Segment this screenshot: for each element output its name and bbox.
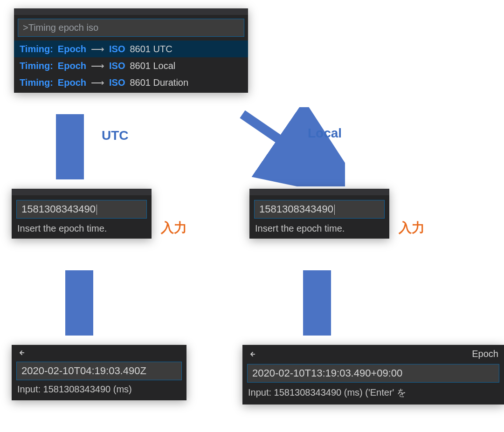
local-epoch-input[interactable]: 1581308343490 [254, 200, 385, 219]
command-option-duration[interactable]: Timing: Epoch ⟶ ISO 8601 Duration [14, 74, 248, 91]
command-option-utc[interactable]: Timing: Epoch ⟶ ISO 8601 UTC [14, 41, 248, 57]
arrow-to-utc [56, 114, 84, 179]
text-caret-icon [334, 205, 335, 215]
command-option-local[interactable]: Timing: Epoch ⟶ ISO 8601 Local [14, 57, 248, 74]
utc-epoch-value: 1581308343490 [21, 203, 96, 215]
local-result-title: Epoch [472, 349, 498, 359]
utc-result-meta: Input: 1581308343490 (ms) [12, 384, 186, 400]
local-input-hint: Insert the epoch time. [249, 223, 389, 239]
local-result-meta: Input: 1581308343490 (ms) ('Enter' を [242, 386, 504, 405]
local-result-output[interactable]: 2020-02-10T13:19:03.490+09:00 [247, 364, 499, 383]
arrow-local-result [303, 270, 331, 336]
local-epoch-value: 1581308343490 [259, 203, 333, 215]
arrow-to-local [233, 107, 345, 186]
utc-input-label: 入力 [161, 219, 187, 237]
utc-input-panel: 1581308343490 Insert the epoch time. [12, 189, 152, 239]
back-arrow-icon[interactable] [17, 349, 26, 357]
utc-result-header [12, 345, 186, 359]
command-palette: >Timing epoch iso Timing: Epoch ⟶ ISO 86… [14, 8, 248, 93]
text-caret-icon [97, 205, 97, 215]
command-search-value: >Timing epoch iso [23, 22, 98, 33]
svg-line-1 [242, 114, 324, 170]
utc-input-titlebar [12, 189, 152, 195]
command-results: Timing: Epoch ⟶ ISO 8601 UTC Timing: Epo… [14, 41, 248, 93]
diagram-root: { "colors":{"accent":"#3b6bbf","orange":… [0, 0, 504, 432]
local-input-label: 入力 [399, 219, 425, 237]
local-result-header: Epoch [242, 345, 504, 361]
arrow-label-local: Local [308, 126, 342, 141]
arrow-utc-result [65, 270, 93, 336]
local-input-titlebar [249, 189, 389, 195]
utc-result-value: 2020-02-10T04:19:03.490Z [21, 365, 146, 377]
local-result-panel: Epoch 2020-02-10T13:19:03.490+09:00 Inpu… [242, 345, 504, 405]
utc-result-output[interactable]: 2020-02-10T04:19:03.490Z [16, 362, 182, 380]
utc-epoch-input[interactable]: 1581308343490 [16, 200, 147, 219]
utc-result-panel: 2020-02-10T04:19:03.490Z Input: 15813083… [12, 345, 186, 400]
command-search-input[interactable]: >Timing epoch iso [18, 19, 244, 37]
local-result-value: 2020-02-10T13:19:03.490+09:00 [252, 367, 402, 379]
arrow-label-utc: UTC [102, 128, 129, 143]
back-arrow-icon[interactable] [248, 350, 256, 358]
local-input-panel: 1581308343490 Insert the epoch time. [249, 189, 389, 239]
palette-titlebar [14, 8, 248, 15]
utc-input-hint: Insert the epoch time. [12, 223, 152, 239]
